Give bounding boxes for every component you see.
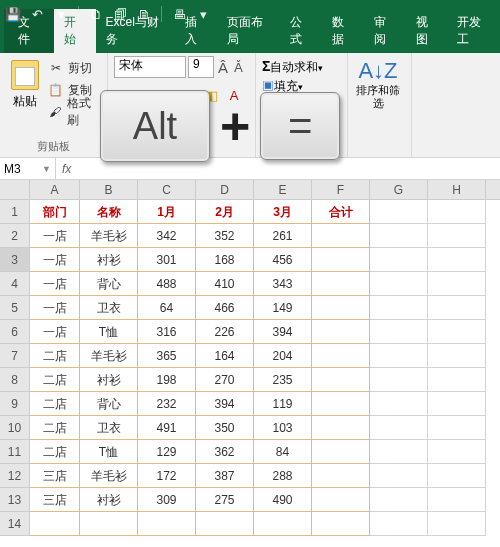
cell[interactable]: 一店: [30, 248, 80, 272]
cell[interactable]: [370, 320, 428, 344]
cell[interactable]: 491: [138, 416, 196, 440]
sort-filter-button[interactable]: A↓Z 排序和筛选: [354, 56, 402, 140]
row-header[interactable]: 13: [0, 488, 30, 512]
row-header[interactable]: 14: [0, 512, 30, 536]
cell[interactable]: 350: [196, 416, 254, 440]
row-header[interactable]: 10: [0, 416, 30, 440]
font-size-select[interactable]: 9: [188, 56, 214, 78]
cell[interactable]: [312, 320, 370, 344]
cell[interactable]: [312, 368, 370, 392]
cell[interactable]: [370, 248, 428, 272]
cell[interactable]: [312, 344, 370, 368]
undo-icon[interactable]: ↶: [30, 7, 44, 21]
cell[interactable]: 394: [254, 320, 312, 344]
cell[interactable]: 1月: [138, 200, 196, 224]
row-header[interactable]: 2: [0, 224, 30, 248]
cell[interactable]: [428, 200, 486, 224]
cell[interactable]: 衬衫: [80, 488, 138, 512]
cell[interactable]: T恤: [80, 440, 138, 464]
cell[interactable]: 衬衫: [80, 248, 138, 272]
cell[interactable]: 394: [196, 392, 254, 416]
cell[interactable]: 部门: [30, 200, 80, 224]
cell[interactable]: 198: [138, 368, 196, 392]
cell[interactable]: [80, 512, 138, 536]
cell[interactable]: 背心: [80, 272, 138, 296]
cell[interactable]: [196, 512, 254, 536]
col-header-F[interactable]: F: [312, 180, 370, 199]
col-header-E[interactable]: E: [254, 180, 312, 199]
cell[interactable]: [312, 248, 370, 272]
cell[interactable]: 301: [138, 248, 196, 272]
cell[interactable]: 卫衣: [80, 416, 138, 440]
col-header-C[interactable]: C: [138, 180, 196, 199]
save-icon[interactable]: 💾: [6, 7, 20, 21]
name-box[interactable]: M3▼: [0, 158, 56, 179]
row-header[interactable]: 9: [0, 392, 30, 416]
open-icon[interactable]: 🗐: [113, 7, 127, 21]
cell[interactable]: 2月: [196, 200, 254, 224]
cell[interactable]: 119: [254, 392, 312, 416]
cell[interactable]: 背心: [80, 392, 138, 416]
cell[interactable]: T恤: [80, 320, 138, 344]
increase-font-icon[interactable]: Â: [216, 59, 230, 76]
font-color-button[interactable]: A: [224, 85, 244, 105]
cell[interactable]: [370, 200, 428, 224]
cell[interactable]: 二店: [30, 368, 80, 392]
row-header[interactable]: 4: [0, 272, 30, 296]
cell[interactable]: [312, 392, 370, 416]
cell[interactable]: 232: [138, 392, 196, 416]
col-header-G[interactable]: G: [370, 180, 428, 199]
cell[interactable]: 羊毛衫: [80, 464, 138, 488]
cell[interactable]: 352: [196, 224, 254, 248]
cell[interactable]: 羊毛衫: [80, 344, 138, 368]
row-header[interactable]: 12: [0, 464, 30, 488]
cell[interactable]: 387: [196, 464, 254, 488]
cell[interactable]: [138, 512, 196, 536]
cell[interactable]: [370, 512, 428, 536]
italic-button[interactable]: I: [136, 85, 156, 105]
cell[interactable]: 204: [254, 344, 312, 368]
cell[interactable]: 64: [138, 296, 196, 320]
cell[interactable]: 316: [138, 320, 196, 344]
cell[interactable]: 合计: [312, 200, 370, 224]
tab-data[interactable]: 数据: [322, 9, 364, 53]
cell[interactable]: [370, 368, 428, 392]
cell[interactable]: [428, 320, 486, 344]
cell[interactable]: [428, 512, 486, 536]
cell[interactable]: 261: [254, 224, 312, 248]
cell[interactable]: 342: [138, 224, 196, 248]
cell[interactable]: [312, 488, 370, 512]
paste-button[interactable]: 粘贴: [6, 56, 44, 137]
col-header-A[interactable]: A: [30, 180, 80, 199]
border-button[interactable]: ▦: [180, 85, 200, 105]
new-icon[interactable]: 🗋: [89, 7, 103, 21]
cell[interactable]: 羊毛衫: [80, 224, 138, 248]
cell[interactable]: 一店: [30, 320, 80, 344]
row-header[interactable]: 7: [0, 344, 30, 368]
cell[interactable]: 一店: [30, 272, 80, 296]
fill-color-button[interactable]: ◧: [202, 85, 222, 105]
cell[interactable]: 309: [138, 488, 196, 512]
cell[interactable]: [370, 296, 428, 320]
print-icon[interactable]: 🖶: [172, 7, 186, 21]
cell[interactable]: 235: [254, 368, 312, 392]
row-header[interactable]: 3: [0, 248, 30, 272]
cell[interactable]: 三店: [30, 464, 80, 488]
cell[interactable]: [312, 272, 370, 296]
fill-button[interactable]: ▣填充▾: [262, 78, 341, 95]
underline-button[interactable]: U: [158, 85, 178, 105]
select-all-corner[interactable]: [0, 180, 30, 199]
worksheet[interactable]: ABCDEFGH 1部门名称1月2月3月合计2一店羊毛衫3423522613一店…: [0, 180, 500, 536]
cell[interactable]: [428, 344, 486, 368]
dropdown-icon[interactable]: ▾: [196, 7, 210, 21]
cell[interactable]: 365: [138, 344, 196, 368]
cell[interactable]: [312, 224, 370, 248]
col-header-D[interactable]: D: [196, 180, 254, 199]
cell[interactable]: [312, 416, 370, 440]
cell[interactable]: [428, 392, 486, 416]
cell[interactable]: 362: [196, 440, 254, 464]
tab-formulas[interactable]: 公式: [280, 9, 322, 53]
cell[interactable]: 172: [138, 464, 196, 488]
cell[interactable]: [428, 440, 486, 464]
cell[interactable]: 衬衫: [80, 368, 138, 392]
